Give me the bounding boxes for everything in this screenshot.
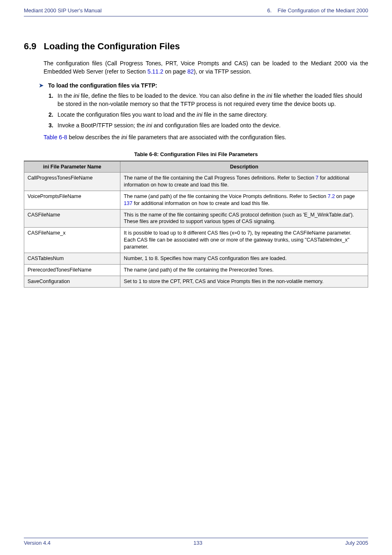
table-link-6-8[interactable]: Table 6-8 [44,134,67,140]
procedure-heading: ➤ To load the configuration files via TF… [39,82,368,89]
table-row: VoicePromptsFileName The name (and path)… [24,191,368,209]
step1-text-a: In the [58,92,74,99]
step3-text-b: and configuration files are loaded onto … [152,122,281,129]
after-text-b: file parameters that are associated with… [127,134,286,140]
table-row: SaveConfiguration Set to 1 to store the … [24,276,368,287]
header-left: Mediant 2000 SIP User's Manual [24,7,101,14]
step-2: 2.Locate the configuration files you wan… [48,111,368,119]
step2-text-a: Locate the configuration files you want … [58,111,197,118]
ini-italic-5: ini [121,134,127,140]
arrow-right-icon: ➤ [39,82,44,89]
page-link-137[interactable]: 137 [124,200,132,206]
procedure-title: To load the configuration files via TFTP… [48,82,157,89]
col-header-desc: Description [120,161,368,173]
param-cell: VoicePromptsFileName [24,191,120,209]
col-header-param: ini File Parameter Name [24,161,120,173]
desc-text: The name of the file containing the Call… [124,175,316,181]
ini-italic-2: ini [266,92,272,99]
step-num-2: 2. [48,111,53,119]
footer-page-number: 133 [194,540,203,546]
table-row: CASFileName This is the name of the file… [24,209,368,228]
section-title: 6.9Loading the Configuration Files [24,41,368,52]
table-header-row: ini File Parameter Name Description [24,161,368,173]
table-row: PrerecordedTonesFileName The name (and p… [24,264,368,276]
section-link-5-11-2[interactable]: 5.11.2 [148,68,164,75]
header-right: 6. File Configuration of the Mediant 200… [267,7,368,14]
param-cell: CallProgressTonesFileName [24,173,120,191]
param-cell: CASFileName [24,209,120,228]
content-area: 6.9Loading the Configuration Files The c… [0,16,392,288]
intro-paragraph: The configuration files (Call Progress T… [24,59,368,76]
page-header: Mediant 2000 SIP User's Manual 6. File C… [0,0,392,15]
ini-italic-4: ini [146,122,152,129]
page-footer: Version 4.4 133 July 2005 [24,538,368,546]
table-row: CallProgressTonesFileName The name of th… [24,173,368,191]
desc-cell: Number, 1 to 8. Specifies how many CAS c… [120,253,368,264]
section-heading: Loading the Configuration Files [44,41,180,51]
header-section-num: 6. [267,7,272,14]
step2-text-b: file in the same directory. [203,111,267,118]
ini-italic-3: ini [197,111,203,118]
desc-cell: The name (and path) of the file containi… [120,264,368,276]
desc-cell: The name (and path) of the file containi… [120,191,368,209]
page-link-82[interactable]: 82 [187,68,194,75]
table-caption-text: Table 6-8: Configuration Files ini File … [134,151,258,157]
footer-version: Version 4.4 [24,540,51,546]
footer-row: Version 4.4 133 July 2005 [24,540,368,546]
step3-text-a: Invoke a BootP/TFTP session; the [58,122,146,129]
table-caption: Table 6-8: Configuration Files ini File … [24,151,368,157]
section-number: 6.9 [24,41,37,51]
param-cell: CASTablesNum [24,253,120,264]
header-section-text: File Configuration of the Mediant 2000 [278,7,368,14]
procedure-steps: 1.In the ini file, define the files to b… [24,92,368,130]
step1-text-b: file, define the files to be loaded to t… [79,92,266,99]
desc-cell: Set to 1 to store the CPT, PRT, CAS and … [120,276,368,287]
desc-text: for additional information on how to cre… [132,200,270,206]
section-link-7-2[interactable]: 7.2 [327,193,334,199]
step-num-3: 3. [48,121,53,129]
desc-cell: This is the name of the file containing … [120,209,368,228]
table-intro: Table 6-8 below describes the ini file p… [24,133,368,141]
desc-cell: It is possible to load up to 8 different… [120,228,368,253]
config-table: ini File Parameter Name Description Call… [24,161,368,288]
step-3: 3.Invoke a BootP/TFTP session; the ini a… [48,121,368,129]
section-link-7[interactable]: 7 [316,175,318,181]
intro-text-b: on page [164,68,187,75]
after-text-a: below describes the [67,134,122,140]
footer-date: July 2005 [345,540,368,546]
desc-text: The name (and path) of the file containi… [124,193,327,199]
footer-divider [24,538,368,538]
step-1: 1.In the ini file, define the files to b… [48,92,368,108]
step-num-1: 1. [48,92,53,100]
intro-text-c: ), or via TFTP session. [194,68,251,75]
param-cell: SaveConfiguration [24,276,120,287]
table-row: CASTablesNum Number, 1 to 8. Specifies h… [24,253,368,264]
param-cell: CASFileName_x [24,228,120,253]
desc-cell: The name of the file containing the Call… [120,173,368,191]
ini-italic-1: ini [74,92,79,99]
desc-text: on page [335,193,355,199]
table-row: CASFileName_x It is possible to load up … [24,228,368,253]
param-cell: PrerecordedTonesFileName [24,264,120,276]
